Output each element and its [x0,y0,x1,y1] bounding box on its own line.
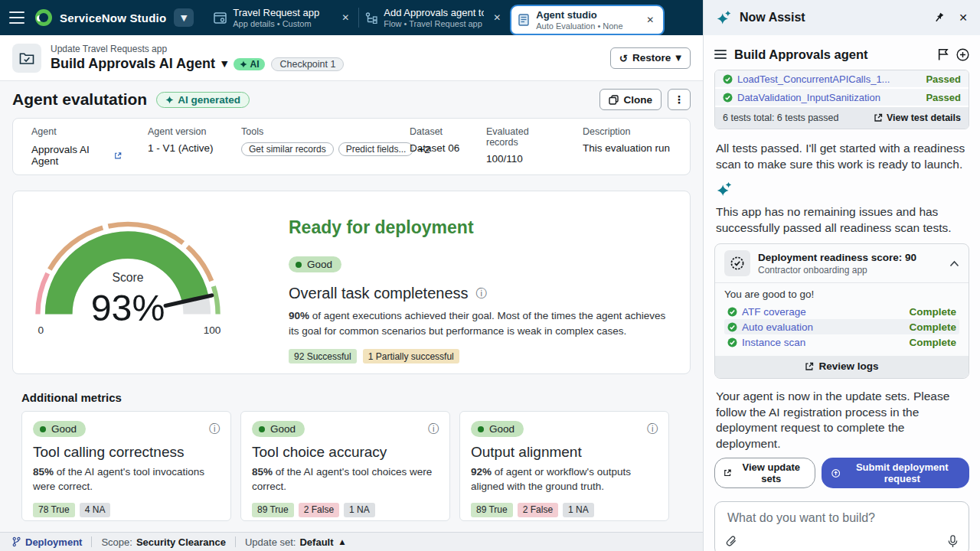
info-icon[interactable]: ⓘ [647,422,658,436]
status-badge-good: Good [471,421,524,437]
check-circle-icon [727,307,737,317]
close-tab-icon[interactable]: ✕ [338,11,352,24]
partially-successful-count-tag: 1 Partially successful [363,349,459,364]
undo-icon: ↺ [619,52,628,64]
assistant-sparkle-divider [716,181,969,198]
external-link-icon [724,468,731,478]
agent-link[interactable]: Approvals AI Agent [31,144,122,167]
dataset-label: Dataset [410,126,460,137]
review-logs-link[interactable]: Review logs [805,360,878,372]
tool-pill: Get similar records [241,142,334,156]
tab-travel-request-app[interactable]: Travel Request app App details • Custom … [207,0,358,35]
additional-metrics-title: Additional metrics [21,391,681,404]
records-label: Evaluated records [486,126,557,148]
view-update-sets-button[interactable]: View update sets [714,458,815,488]
assistant-message: This app has no remaining issues and has… [716,204,968,236]
divider [91,536,92,547]
flow-icon [365,12,377,24]
tab-title: Travel Request app [233,7,332,18]
tab-subtitle: App details • Custom [233,19,332,28]
view-test-details-link[interactable]: View test details [874,112,961,123]
tool-pill: Predict fields... [338,142,414,156]
submit-circle-icon [831,468,840,478]
metric-card-tool-calling: Good ⓘ Tool calling correctness 85% of t… [21,411,231,521]
metric-description: 90% of agent executions achieved their g… [289,308,668,338]
readiness-item-status: Complete [909,321,956,333]
true-count-tag: 89 True [252,503,294,517]
readiness-app-subtitle: Contractor onboarding app [758,265,942,276]
tab-subtitle: Flow • Travel Request app [384,19,484,28]
evaluation-result-card: Score 93% 0 100 Ready for deployment Goo… [12,191,691,374]
check-circle-icon [723,93,733,103]
dataset-value: Dataset 06 [410,142,460,154]
metric-card-output-alignment: Good ⓘ Output alignment 92% of agent or … [459,411,669,521]
metric-description: 92% of agent or workflow's outputs align… [471,465,658,494]
tab-title: Agent studio [536,9,637,21]
deployment-link[interactable]: Deployment [12,536,82,548]
score-gauge: Score 93% 0 100 [31,201,261,364]
attachment-icon[interactable] [726,535,737,548]
metric-title: Tool calling correctness [33,444,220,461]
metric-title: Output alignment [471,444,658,461]
close-tab-icon[interactable]: ✕ [490,11,504,24]
submit-deployment-request-button[interactable]: Submit deployment request [822,458,969,488]
true-count-tag: 89 True [471,503,513,517]
restore-button[interactable]: ↺ Restore ▼ [610,47,691,69]
readiness-intro: You are good to go! [724,289,959,300]
test-row: DataValidation_InputSanitization Passed [715,89,969,107]
na-count-tag: 1 NA [344,503,375,517]
status-bar: Deployment Scope: Security Clearance Upd… [0,532,703,551]
tests-summary: 6 tests total: 6 tests passed [723,112,838,123]
na-count-tag: 4 NA [80,503,111,517]
title-dropdown-chevron[interactable]: ▼ [221,59,227,69]
checkpoint-badge: Checkpoint 1 [271,57,344,71]
deployment-readiness-card: Deployment readiness score: 90 Contracto… [714,243,969,379]
gauge-min: 0 [38,324,44,336]
true-count-tag: 78 True [33,503,75,517]
ai-badge: AI [234,58,265,70]
external-link-icon [874,113,883,122]
readiness-seal-icon [724,250,750,276]
clone-button[interactable]: Clone [599,89,662,110]
test-name-link[interactable]: LoadTest_ConcurrentAPICalls_1... [737,73,921,85]
more-actions-button[interactable]: ⋮ [668,89,691,110]
readiness-item-link[interactable]: ATF coverage [742,306,904,318]
info-icon[interactable]: ⓘ [209,422,220,436]
readiness-item-link[interactable]: Auto evaluation [742,321,904,333]
main-menu-icon[interactable] [9,11,24,24]
scope-indicator: Scope: Security Clearance [101,536,226,548]
now-assist-header: Now Assist ✕ [704,0,980,35]
update-set-selector[interactable]: Update set: Default ▲ [245,536,345,548]
composer-input[interactable] [726,510,958,526]
microphone-icon[interactable] [948,535,958,548]
close-tab-icon[interactable]: ✕ [643,13,657,27]
status-badge-good: Good [252,421,305,437]
tab-agent-studio-active[interactable]: Agent studio Auto Evaluation • None ✕ [510,5,665,35]
conversation-menu-icon[interactable] [714,50,727,59]
description-label: Description [583,126,671,137]
test-status: Passed [926,92,961,103]
status-dot [259,426,265,432]
info-icon[interactable]: ⓘ [476,287,487,301]
test-status: Passed [926,73,961,85]
tab-add-approvals-flow[interactable]: Add Approvals agent to Trav Flow • Trave… [359,0,510,35]
check-circle-icon [727,337,737,347]
workspace-switcher-chevron[interactable]: ▼ [174,8,194,27]
close-panel-icon[interactable]: ✕ [959,11,968,24]
deployment-readiness-headline: Ready for deployment [289,217,668,238]
description-value: This evaluation run assesses the agent's… [583,142,671,154]
app-context-label: Update Travel Requests app [51,44,610,54]
chevron-down-icon: ▼ [675,54,681,62]
test-name-link[interactable]: DataValidation_InputSanitization [737,92,921,103]
external-link-icon [805,362,814,371]
pin-panel-icon[interactable] [933,11,945,24]
tab-subtitle: Auto Evaluation • None [536,21,637,31]
readiness-item-status: Complete [909,306,956,318]
info-icon[interactable]: ⓘ [428,422,439,436]
collapse-chevron-icon[interactable] [949,260,959,267]
status-badge-good: Good [289,256,341,272]
status-dot [478,426,484,432]
flag-icon[interactable] [938,48,949,60]
new-conversation-icon[interactable] [956,48,969,61]
readiness-item-link[interactable]: Instance scan [742,337,904,348]
